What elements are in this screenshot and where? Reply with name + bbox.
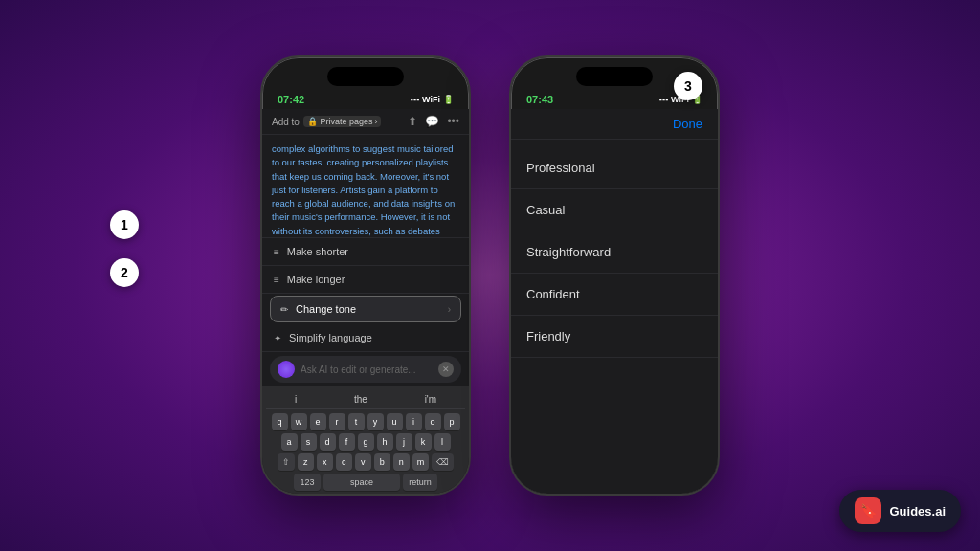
key-e[interactable]: e <box>310 413 326 430</box>
keyboard: i the i'm q w e r t y u i o p a <box>262 386 469 496</box>
more-icon[interactable]: ••• <box>447 115 459 128</box>
article-text: complex algorithms to suggest music tail… <box>262 135 469 237</box>
key-i[interactable]: i <box>406 413 422 430</box>
phone-1-screen: Add to 🔒 Private pages › ⬆ 💬 ••• complex… <box>262 109 469 496</box>
tone-screen: Done Professional Casual Straightforward… <box>511 109 718 496</box>
make-longer-item[interactable]: ≡ Make longer <box>262 266 469 294</box>
key-space[interactable]: space <box>323 474 400 491</box>
ai-input-placeholder: Ask AI to edit or generate... <box>301 364 433 375</box>
clear-icon[interactable]: ✕ <box>438 362 454 377</box>
suggestion-the[interactable]: the <box>354 394 368 405</box>
key-m[interactable]: m <box>412 453 430 471</box>
key-r[interactable]: r <box>329 413 345 430</box>
time-1: 07:42 <box>278 94 304 105</box>
key-l[interactable]: l <box>434 433 451 451</box>
key-c[interactable]: c <box>336 453 352 471</box>
key-x[interactable]: x <box>317 453 333 471</box>
make-shorter-label: Make shorter <box>287 246 348 257</box>
simplify-language-item[interactable]: ✦ Simplify language <box>262 324 469 352</box>
ai-input-bar[interactable]: Ask AI to edit or generate... ✕ <box>270 356 461 383</box>
key-f[interactable]: f <box>339 433 355 451</box>
phone-2: 07:43 ▪▪▪ WiFi 🔋 Done Professional Casua… <box>509 55 720 496</box>
key-h[interactable]: h <box>377 433 393 451</box>
key-s[interactable]: s <box>301 433 317 451</box>
key-k[interactable]: k <box>415 433 432 451</box>
change-tone-icon: ✏ <box>280 304 288 315</box>
tone-friendly[interactable]: Friendly <box>511 316 718 358</box>
tone-straightforward[interactable]: Straightforward <box>511 231 718 274</box>
comment-icon[interactable]: 💬 <box>425 115 439 128</box>
key-b[interactable]: b <box>374 453 390 471</box>
key-g[interactable]: g <box>358 433 374 451</box>
key-v[interactable]: v <box>355 453 371 471</box>
ai-input-dot <box>278 361 295 378</box>
keyboard-suggestions: i the i'm <box>266 390 465 409</box>
chevron-right-icon: › <box>448 304 451 315</box>
tone-confident[interactable]: Confident <box>511 274 718 316</box>
top-bar-1: Add to 🔒 Private pages › ⬆ 💬 ••• <box>262 109 469 135</box>
guides-label: Guides.ai <box>889 504 946 518</box>
step-badge-2: 2 <box>110 258 139 287</box>
top-bar-left: Add to 🔒 Private pages › <box>272 116 381 127</box>
share-icon[interactable]: ⬆ <box>408 115 417 128</box>
dynamic-island-1 <box>327 67 404 86</box>
key-return[interactable]: return <box>403 474 437 491</box>
status-icons-1: ▪▪▪ WiFi 🔋 <box>411 95 455 104</box>
top-bar-right: ⬆ 💬 ••• <box>408 115 459 128</box>
phone-1: 07:42 ▪▪▪ WiFi 🔋 Add to 🔒 Private pages … <box>260 55 471 496</box>
phones-container: 07:42 ▪▪▪ WiFi 🔋 Add to 🔒 Private pages … <box>260 55 720 496</box>
key-q[interactable]: q <box>272 413 288 430</box>
key-d[interactable]: d <box>320 433 336 451</box>
keyboard-row-3: ⇧ z x c v b n m ⌫ <box>266 453 465 471</box>
suggestion-i[interactable]: i <box>295 394 297 405</box>
key-shift[interactable]: ⇧ <box>278 453 295 471</box>
make-shorter-icon: ≡ <box>274 247 279 257</box>
simplify-label: Simplify language <box>289 332 372 343</box>
signal-icon: ▪▪▪ <box>411 95 420 104</box>
key-t[interactable]: t <box>348 413 365 430</box>
key-w[interactable]: w <box>291 413 307 430</box>
key-n[interactable]: n <box>393 453 410 471</box>
key-y[interactable]: y <box>368 413 384 430</box>
keyboard-row-2: a s d f g h j k l <box>266 433 465 451</box>
keyboard-row-1: q w e r t y u i o p <box>266 413 465 430</box>
done-button[interactable]: Done <box>673 117 702 131</box>
keyboard-row-4: 123 space return <box>266 474 465 491</box>
add-to-label: Add to <box>272 117 300 127</box>
battery-icon: 🔋 <box>443 95 454 104</box>
key-numbers[interactable]: 123 <box>294 474 321 491</box>
status-bar-1: 07:42 ▪▪▪ WiFi 🔋 <box>262 92 469 109</box>
step-badge-3: 3 <box>674 72 702 100</box>
change-tone-label: Change tone <box>296 303 356 315</box>
key-z[interactable]: z <box>298 453 314 471</box>
ai-actions-menu: ≡ Make shorter ≡ Make longer ✏ Change to… <box>262 237 469 352</box>
key-u[interactable]: u <box>387 413 403 430</box>
key-a[interactable]: a <box>281 433 298 451</box>
tone-list: Professional Casual Straightforward Conf… <box>511 140 718 365</box>
private-pages-badge[interactable]: 🔒 Private pages › <box>303 116 382 127</box>
private-pages-label: 🔒 Private pages <box>307 117 373 126</box>
guides-app-icon: 🔖 <box>855 497 881 524</box>
tone-professional[interactable]: Professional <box>511 147 718 189</box>
wifi-icon: WiFi <box>422 95 440 104</box>
key-o[interactable]: o <box>425 413 441 430</box>
step-badge-1: 1 <box>110 210 139 239</box>
chevron-icon: › <box>374 117 377 126</box>
suggestion-im[interactable]: i'm <box>425 394 436 405</box>
key-j[interactable]: j <box>396 433 412 451</box>
change-tone-item[interactable]: ✏ Change tone › <box>270 296 461 322</box>
time-2: 07:43 <box>526 94 553 105</box>
make-longer-label: Make longer <box>287 274 345 285</box>
make-longer-icon: ≡ <box>274 275 279 285</box>
guides-badge[interactable]: 🔖 Guides.ai <box>839 490 961 532</box>
tone-header: Done <box>511 109 718 140</box>
dynamic-island-2 <box>576 67 653 86</box>
key-backspace[interactable]: ⌫ <box>432 453 454 471</box>
signal-icon-2: ▪▪▪ <box>659 95 669 104</box>
key-p[interactable]: p <box>444 413 460 430</box>
tone-casual[interactable]: Casual <box>511 189 718 231</box>
simplify-icon: ✦ <box>274 333 281 343</box>
make-shorter-item[interactable]: ≡ Make shorter <box>262 238 469 266</box>
